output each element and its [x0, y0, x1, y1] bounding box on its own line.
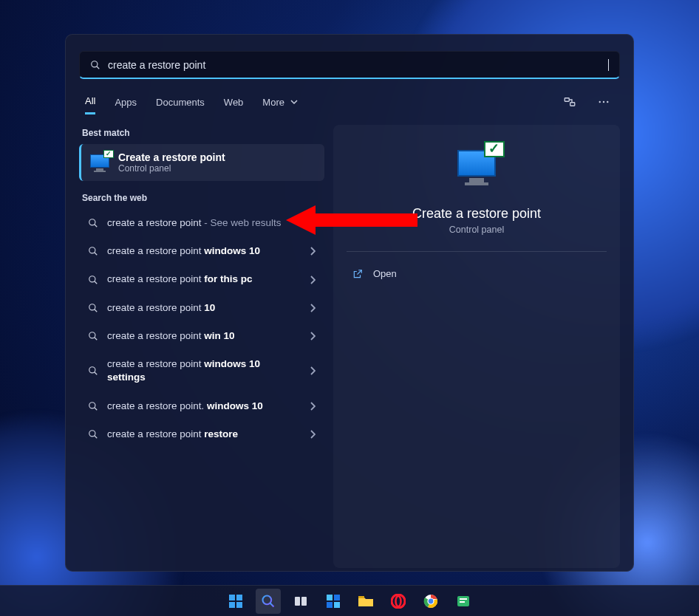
web-result[interactable]: create a restore point restore — [79, 420, 324, 448]
svg-line-10 — [95, 253, 98, 256]
web-result[interactable]: create a restore point for this pc — [79, 265, 324, 293]
taskbar — [0, 585, 699, 616]
chevron-right-icon — [310, 304, 316, 312]
svg-point-4 — [599, 101, 601, 103]
preview-action-open[interactable]: Open — [347, 262, 607, 285]
svg-rect-33 — [334, 595, 340, 600]
chevron-right-icon — [310, 402, 316, 411]
search-icon — [88, 429, 98, 439]
chevron-right-icon — [310, 366, 316, 375]
chevron-right-icon — [310, 332, 316, 340]
preview-action-label: Open — [373, 268, 397, 279]
taskbar-start[interactable] — [223, 589, 248, 614]
tab-web[interactable]: Web — [224, 91, 244, 114]
svg-rect-36 — [358, 596, 364, 598]
svg-line-1 — [97, 66, 100, 69]
web-result[interactable]: create a restore point windows 10 settin… — [79, 350, 324, 391]
web-result-text: create a restore point for this pc — [107, 273, 301, 286]
svg-rect-43 — [460, 598, 467, 600]
chevron-right-icon — [310, 247, 316, 256]
svg-rect-24 — [229, 595, 235, 600]
svg-point-5 — [603, 101, 604, 103]
svg-rect-27 — [236, 602, 242, 608]
svg-rect-35 — [334, 602, 340, 608]
svg-point-6 — [607, 101, 608, 103]
taskbar-widgets[interactable] — [321, 589, 346, 614]
web-result[interactable]: create a restore point - See web results — [79, 209, 324, 237]
svg-rect-30 — [295, 597, 300, 606]
search-icon — [88, 366, 98, 376]
svg-rect-3 — [570, 103, 575, 106]
search-web-label: Search the web — [82, 193, 324, 203]
web-result[interactable]: create a restore point 10 — [79, 294, 324, 322]
svg-point-17 — [89, 367, 95, 373]
taskbar-chrome[interactable] — [418, 589, 443, 614]
best-match-label: Best match — [82, 128, 324, 138]
svg-point-21 — [89, 431, 95, 437]
svg-point-11 — [89, 276, 95, 281]
svg-rect-26 — [229, 602, 235, 608]
best-match-title: Create a restore point — [118, 151, 316, 163]
taskbar-app-green[interactable] — [451, 589, 476, 614]
best-match-subtitle: Control panel — [118, 163, 316, 174]
svg-line-12 — [95, 281, 98, 284]
svg-point-13 — [89, 304, 95, 310]
search-icon — [90, 60, 100, 70]
taskbar-search[interactable] — [256, 589, 281, 614]
tab-apps[interactable]: Apps — [115, 91, 137, 114]
web-result-text: create a restore point. windows 10 — [107, 400, 301, 413]
taskbar-opera[interactable] — [386, 589, 411, 614]
chevron-right-icon — [310, 276, 316, 284]
svg-point-19 — [89, 402, 95, 408]
taskbar-file-explorer[interactable] — [353, 589, 378, 614]
search-icon — [88, 303, 98, 313]
web-result-text: create a restore point windows 10 — [107, 244, 301, 258]
web-result-text: create a restore point win 10 — [107, 329, 301, 343]
tab-more-label: More — [262, 97, 284, 108]
search-icon — [88, 331, 98, 341]
tab-more[interactable]: More — [262, 91, 297, 114]
taskbar-task-view[interactable] — [288, 589, 313, 614]
svg-line-14 — [95, 309, 98, 312]
svg-rect-32 — [327, 595, 333, 600]
web-result-text: create a restore point windows 10 settin… — [107, 357, 301, 384]
more-options-icon[interactable] — [593, 92, 614, 112]
web-result[interactable]: create a restore point windows 10 — [79, 237, 324, 265]
svg-rect-44 — [460, 601, 465, 603]
svg-line-18 — [95, 372, 98, 375]
open-external-icon — [352, 269, 363, 279]
svg-point-0 — [92, 61, 98, 66]
chevron-right-icon — [310, 219, 316, 227]
svg-line-22 — [95, 436, 98, 439]
svg-point-15 — [89, 332, 95, 338]
tab-documents[interactable]: Documents — [156, 91, 205, 114]
svg-line-16 — [95, 338, 98, 340]
preview-restore-point-icon — [457, 150, 496, 215]
connect-devices-icon[interactable] — [559, 92, 580, 112]
search-box[interactable] — [79, 51, 620, 79]
search-icon — [88, 401, 98, 411]
svg-rect-25 — [236, 595, 242, 600]
svg-rect-2 — [565, 98, 569, 102]
search-input[interactable] — [108, 59, 601, 71]
svg-point-38 — [396, 596, 401, 606]
svg-rect-31 — [301, 597, 307, 606]
svg-point-28 — [263, 595, 272, 604]
svg-point-9 — [89, 247, 95, 253]
best-match-result[interactable]: Create a restore point Control panel — [79, 144, 324, 181]
web-result[interactable]: create a restore point. windows 10 — [79, 392, 324, 420]
search-icon — [88, 218, 98, 228]
web-result[interactable]: create a restore point win 10 — [79, 322, 324, 350]
tab-all[interactable]: All — [85, 89, 95, 114]
svg-point-7 — [89, 219, 95, 225]
svg-line-8 — [95, 225, 98, 227]
chevron-right-icon — [310, 430, 316, 439]
svg-line-29 — [270, 603, 274, 606]
preview-pane: Create a restore point Control panel Ope… — [333, 125, 620, 568]
results-column: Best match Create a restore point Contro… — [79, 125, 324, 568]
svg-line-20 — [95, 407, 98, 410]
filter-tabs: All Apps Documents Web More — [85, 89, 614, 114]
web-result-text: create a restore point 10 — [107, 301, 301, 315]
web-result-text: create a restore point - See web results — [107, 216, 301, 230]
restore-point-icon — [90, 154, 109, 171]
